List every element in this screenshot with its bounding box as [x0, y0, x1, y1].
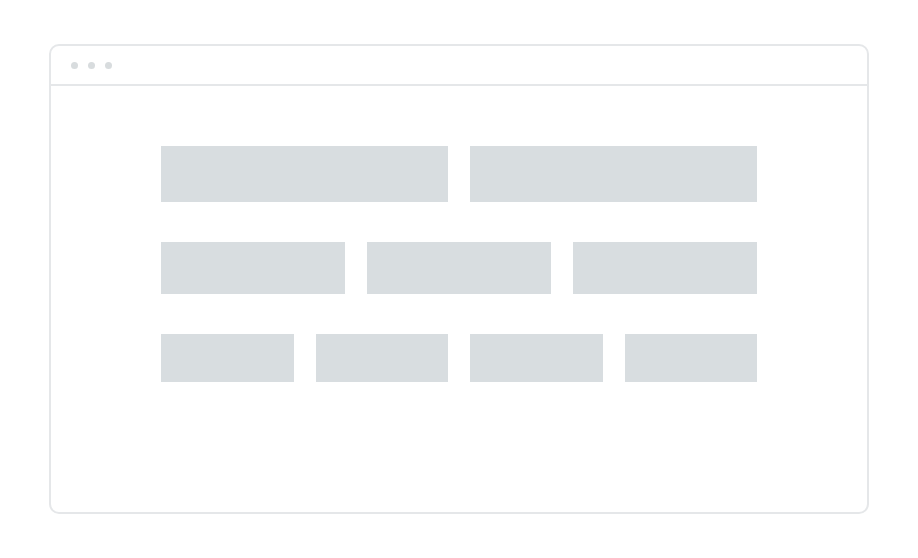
placeholder-block	[161, 146, 448, 202]
placeholder-block	[161, 242, 345, 294]
placeholder-block	[470, 146, 757, 202]
placeholder-block	[316, 334, 449, 382]
grid-row	[161, 146, 757, 202]
grid-row	[161, 334, 757, 382]
content-area	[51, 86, 867, 422]
browser-titlebar	[51, 46, 867, 86]
placeholder-block	[470, 334, 603, 382]
placeholder-block	[161, 334, 294, 382]
window-control-dot	[88, 62, 95, 69]
placeholder-block	[573, 242, 757, 294]
window-control-dot	[71, 62, 78, 69]
browser-window-wireframe	[49, 44, 869, 514]
window-control-dot	[105, 62, 112, 69]
placeholder-block	[625, 334, 758, 382]
grid-row	[161, 242, 757, 294]
placeholder-block	[367, 242, 551, 294]
